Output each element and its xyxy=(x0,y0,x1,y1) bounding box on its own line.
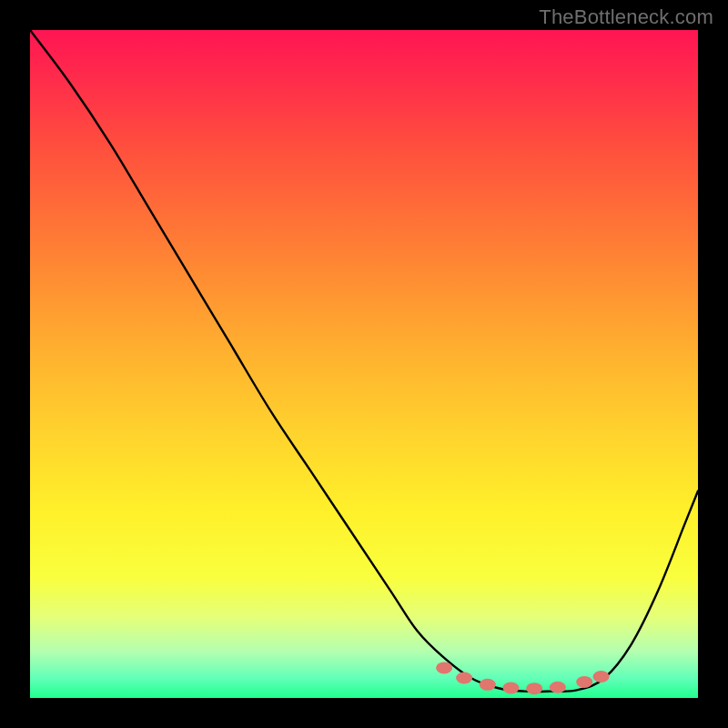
marker-dot xyxy=(456,672,472,683)
chart-frame: TheBottleneck.com xyxy=(0,0,728,728)
bottleneck-curve xyxy=(30,30,698,692)
chart-overlay xyxy=(30,30,698,698)
watermark-text: TheBottleneck.com xyxy=(539,5,713,29)
marker-dot xyxy=(576,676,592,688)
marker-dot xyxy=(526,682,542,694)
marker-dot xyxy=(480,679,496,691)
marker-dot xyxy=(593,671,610,682)
marker-dot xyxy=(550,682,566,693)
plot-area xyxy=(30,30,698,698)
marker-dot xyxy=(436,662,452,673)
marker-dot xyxy=(502,682,519,693)
